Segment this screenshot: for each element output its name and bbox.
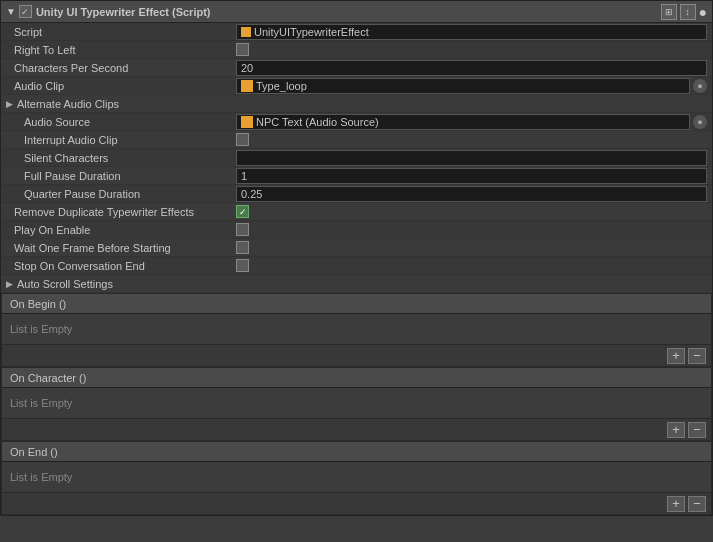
interrupt-audio-clip-label: Interrupt Audio Clip <box>6 134 236 146</box>
play-on-enable-checkbox[interactable] <box>236 223 249 236</box>
on-end-empty: List is Empty <box>10 471 72 483</box>
stop-on-conversation-checkbox[interactable] <box>236 259 249 272</box>
audio-source-icon <box>241 116 253 128</box>
on-end-footer: + − <box>2 492 711 514</box>
audio-source-label: Audio Source <box>6 116 236 128</box>
on-begin-body: List is Empty <box>2 314 711 344</box>
on-end-title: On End () <box>10 446 58 458</box>
play-on-enable-label: Play On Enable <box>6 224 236 236</box>
alternate-audio-clips-arrow: ▶ <box>6 99 13 109</box>
audio-clip-name: Type_loop <box>256 80 307 92</box>
move-icon[interactable]: ↕ <box>680 4 696 20</box>
section-auto-scroll[interactable]: ▶ Auto Scroll Settings <box>1 275 712 293</box>
on-end-body: List is Empty <box>2 462 711 492</box>
right-to-left-checkbox[interactable] <box>236 43 249 56</box>
prop-row-silent-characters: Silent Characters <box>1 149 712 167</box>
prop-row-chars-per-second: Characters Per Second <box>1 59 712 77</box>
prop-row-interrupt-audio-clip: Interrupt Audio Clip <box>1 131 712 149</box>
play-on-enable-value <box>236 223 707 236</box>
stop-on-conversation-label: Stop On Conversation End <box>6 260 236 272</box>
on-character-header: On Character () <box>2 368 711 388</box>
on-begin-footer: + − <box>2 344 711 366</box>
section-alternate-audio-clips[interactable]: ▶ Alternate Audio Clips <box>1 95 712 113</box>
prop-row-audio-clip: Audio Clip Type_loop ● <box>1 77 712 95</box>
full-pause-value <box>236 168 707 184</box>
audio-source-settings[interactable]: ● <box>693 115 707 129</box>
quarter-pause-input[interactable] <box>236 186 707 202</box>
audio-source-name: NPC Text (Audio Source) <box>256 116 379 128</box>
chars-per-second-value <box>236 60 707 76</box>
script-object-field[interactable]: UnityUITypewriterEffect <box>236 24 707 40</box>
on-character-empty: List is Empty <box>10 397 72 409</box>
audio-clip-label: Audio Clip <box>6 80 236 92</box>
event-block-on-character: On Character () List is Empty + − <box>1 367 712 441</box>
prop-row-stop-on-conversation: Stop On Conversation End <box>1 257 712 275</box>
auto-scroll-label: Auto Scroll Settings <box>17 278 113 290</box>
header-icons: ⊞ ↕ <box>661 4 696 20</box>
quarter-pause-label: Quarter Pause Duration <box>6 188 236 200</box>
right-to-left-value <box>236 43 707 56</box>
audio-clip-value: Type_loop ● <box>236 78 707 94</box>
prop-row-quarter-pause: Quarter Pause Duration <box>1 185 712 203</box>
interrupt-audio-clip-checkbox[interactable] <box>236 133 249 146</box>
audio-clip-field[interactable]: Type_loop <box>236 78 690 94</box>
on-character-remove-button[interactable]: − <box>688 422 706 438</box>
remove-duplicate-value: ✓ <box>236 205 707 218</box>
silent-characters-value <box>236 150 707 166</box>
remove-duplicate-label: Remove Duplicate Typewriter Effects <box>6 206 236 218</box>
on-character-body: List is Empty <box>2 388 711 418</box>
on-begin-remove-button[interactable]: − <box>688 348 706 364</box>
prop-row-wait-one-frame: Wait One Frame Before Starting <box>1 239 712 257</box>
alternate-audio-clips-label: Alternate Audio Clips <box>17 98 119 110</box>
component-panel: ▼ ✓ Unity UI Typewriter Effect (Script) … <box>0 0 713 516</box>
on-end-remove-button[interactable]: − <box>688 496 706 512</box>
component-title: Unity UI Typewriter Effect (Script) <box>36 6 656 18</box>
context-menu-button[interactable]: ● <box>699 4 707 20</box>
audio-source-field[interactable]: NPC Text (Audio Source) <box>236 114 690 130</box>
silent-characters-label: Silent Characters <box>6 152 236 164</box>
prop-row-full-pause: Full Pause Duration <box>1 167 712 185</box>
stop-on-conversation-value <box>236 259 707 272</box>
script-label: Script <box>6 26 236 38</box>
properties-area: Script UnityUITypewriterEffect Right To … <box>1 23 712 293</box>
script-row: Script UnityUITypewriterEffect <box>1 23 712 41</box>
prop-row-right-to-left: Right To Left <box>1 41 712 59</box>
quarter-pause-value <box>236 186 707 202</box>
on-begin-header: On Begin () <box>2 294 711 314</box>
interrupt-audio-clip-value <box>236 133 707 146</box>
on-character-title: On Character () <box>10 372 86 384</box>
on-begin-title: On Begin () <box>10 298 66 310</box>
toggle-arrow[interactable]: ▼ <box>6 6 16 17</box>
silent-characters-input[interactable] <box>236 150 707 166</box>
on-end-header: On End () <box>2 442 711 462</box>
remove-duplicate-checkbox[interactable]: ✓ <box>236 205 249 218</box>
on-begin-add-button[interactable]: + <box>667 348 685 364</box>
wait-one-frame-value <box>236 241 707 254</box>
audio-clip-icon <box>241 80 253 92</box>
component-enable-checkbox[interactable]: ✓ <box>19 5 32 18</box>
wait-one-frame-checkbox[interactable] <box>236 241 249 254</box>
script-icon <box>241 27 251 37</box>
wait-one-frame-label: Wait One Frame Before Starting <box>6 242 236 254</box>
on-character-footer: + − <box>2 418 711 440</box>
right-to-left-label: Right To Left <box>6 44 236 56</box>
full-pause-input[interactable] <box>236 168 707 184</box>
on-end-add-button[interactable]: + <box>667 496 685 512</box>
full-pause-label: Full Pause Duration <box>6 170 236 182</box>
auto-scroll-arrow: ▶ <box>6 279 13 289</box>
component-header: ▼ ✓ Unity UI Typewriter Effect (Script) … <box>1 1 712 23</box>
on-character-add-button[interactable]: + <box>667 422 685 438</box>
prop-row-remove-duplicate: Remove Duplicate Typewriter Effects ✓ <box>1 203 712 221</box>
prop-row-play-on-enable: Play On Enable <box>1 221 712 239</box>
audio-clip-settings[interactable]: ● <box>693 79 707 93</box>
prop-row-audio-source: Audio Source NPC Text (Audio Source) ● <box>1 113 712 131</box>
script-filename: UnityUITypewriterEffect <box>254 26 369 38</box>
event-block-on-end: On End () List is Empty + − <box>1 441 712 515</box>
chars-per-second-input[interactable] <box>236 60 707 76</box>
on-begin-empty: List is Empty <box>10 323 72 335</box>
audio-source-value: NPC Text (Audio Source) ● <box>236 114 707 130</box>
script-value: UnityUITypewriterEffect <box>236 24 707 40</box>
event-block-on-begin: On Begin () List is Empty + − <box>1 293 712 367</box>
lock-icon[interactable]: ⊞ <box>661 4 677 20</box>
chars-per-second-label: Characters Per Second <box>6 62 236 74</box>
